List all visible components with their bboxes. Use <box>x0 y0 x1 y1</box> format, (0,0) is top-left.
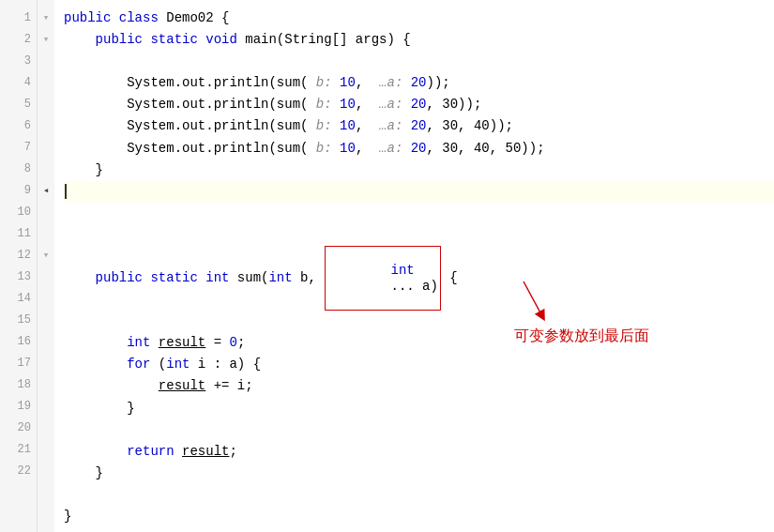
annotation-arrow <box>514 277 570 324</box>
hint-b-5: b: <box>308 94 340 115</box>
hint-a-5: …a: <box>363 94 410 115</box>
classname: Demo02 { <box>166 8 229 29</box>
main-sig: main(String[] args) { <box>245 29 410 51</box>
semicolon-19: ; <box>229 441 236 463</box>
sysout-5: System.out.println(sum( <box>127 94 308 115</box>
kw-int-vararg: int <box>391 263 415 278</box>
sysout-7: System.out.println(sum( <box>127 138 308 160</box>
for-open: ( <box>159 354 166 375</box>
code-line-11 <box>64 224 774 246</box>
hint-a-6: …a: <box>363 115 410 137</box>
line-num-15: 15 <box>0 310 31 331</box>
num-10-4: 10 <box>340 72 356 94</box>
num-20-4: 20 <box>411 72 427 94</box>
fold-2[interactable]: ▾ <box>43 29 50 51</box>
kw-public-2: public <box>96 29 151 51</box>
indent-6 <box>64 115 127 137</box>
num-20-6: 20 <box>411 115 427 137</box>
code-content[interactable]: public class Demo02 { public static void… <box>54 0 774 532</box>
line-num-14: 14 <box>0 288 31 310</box>
return-result: result <box>182 441 229 463</box>
kw-public-1: public <box>64 8 119 29</box>
comma-6: , <box>356 115 363 137</box>
param-b: b, <box>300 267 324 289</box>
comma-7: , <box>356 138 363 160</box>
svg-line-0 <box>524 281 542 316</box>
hint-b-4: b: <box>308 72 340 94</box>
zero: 0 <box>229 332 236 354</box>
code-line-16: result += i; <box>64 375 774 397</box>
kw-void: void <box>205 29 245 51</box>
annotation-varargs: 可变参数放到最后面 <box>514 277 718 348</box>
indent-17: } <box>64 398 135 419</box>
kw-return: return <box>127 441 182 463</box>
sysout-4: System.out.println(sum( <box>127 72 308 94</box>
code-line-1: public class Demo02 { <box>64 8 774 29</box>
indent-2 <box>64 29 96 51</box>
indent-4 <box>64 72 127 94</box>
num-20-5: 20 <box>411 94 427 115</box>
comma-5: , <box>356 94 363 115</box>
result-assign: = <box>205 332 229 354</box>
close-class: } <box>64 506 71 527</box>
sysout-6: System.out.println(sum( <box>127 115 308 137</box>
semicolon-14: ; <box>237 332 245 354</box>
code-line-4: System.out.println(sum( b: 10 , …a: 20 )… <box>64 72 774 94</box>
varargs-highlight: int ... a) <box>325 246 441 311</box>
indent-14 <box>64 332 127 354</box>
code-line-19: return result ; <box>64 441 774 463</box>
code-line-20: } <box>64 463 774 484</box>
code-line-5: System.out.println(sum( b: 10 , …a: 20 ,… <box>64 94 774 115</box>
line-num-11: 11 <box>0 223 31 245</box>
indent-8: } <box>64 160 103 181</box>
code-line-2: public static void main(String[] args) { <box>64 29 774 51</box>
indent-16 <box>64 375 159 397</box>
hint-b-6: b: <box>308 115 340 137</box>
line-num-6: 6 <box>0 115 31 137</box>
kw-static-12: static <box>150 267 205 289</box>
hint-a-4: …a: <box>363 72 410 94</box>
comma-4: , <box>356 72 363 94</box>
code-line-21 <box>64 484 774 506</box>
open-brace-12: { <box>442 267 458 289</box>
code-editor: 1 2 3 4 5 6 7 8 9 10 11 12 13 14 15 16 1… <box>0 0 774 532</box>
line-num-10: 10 <box>0 202 31 223</box>
line-num-16: 16 <box>0 331 31 353</box>
rest-7: , 30, 40, 50)); <box>427 138 545 160</box>
fold-gutter: ▾ ▾ ◂ ▾ <box>38 0 54 532</box>
line-num-12: 12 <box>0 245 31 266</box>
fold-12[interactable]: ▾ <box>43 245 50 266</box>
rest-6: , 30, 40)); <box>427 115 513 137</box>
kw-int-12: int <box>205 267 237 289</box>
indent-19 <box>64 441 127 463</box>
code-line-22: } <box>64 506 774 527</box>
code-line-8: } <box>64 160 774 181</box>
result-decl: result <box>159 332 205 354</box>
line-num-4: 4 <box>0 72 31 94</box>
text-cursor <box>65 184 67 199</box>
line-num-18: 18 <box>0 374 31 396</box>
line-num-17: 17 <box>0 353 31 374</box>
line-num-3: 3 <box>0 51 31 72</box>
kw-int-i: int <box>166 354 198 375</box>
num-20-7: 20 <box>411 138 427 160</box>
indent-7 <box>64 138 127 160</box>
line-num-2: 2 <box>0 29 31 51</box>
line-num-22: 22 <box>0 461 31 482</box>
line-num-5: 5 <box>0 94 31 115</box>
fold-1[interactable]: ▾ <box>43 8 50 29</box>
line-num-19: 19 <box>0 396 31 418</box>
num-10-6: 10 <box>340 115 356 137</box>
code-line-6: System.out.println(sum( b: 10 , …a: 20 ,… <box>64 115 774 137</box>
kw-int-result: int <box>127 332 159 354</box>
indent-12 <box>64 267 96 289</box>
hint-a-7: …a: <box>363 138 410 160</box>
sum-name: sum( <box>237 267 269 289</box>
line-num-20: 20 <box>0 418 31 439</box>
kw-for: for <box>127 354 159 375</box>
code-line-18 <box>64 419 774 441</box>
code-line-15: for ( int i : a) { <box>64 354 774 375</box>
kw-int-b: int <box>268 267 300 289</box>
indent-15 <box>64 354 127 375</box>
line-num-9: 9 <box>0 180 31 202</box>
